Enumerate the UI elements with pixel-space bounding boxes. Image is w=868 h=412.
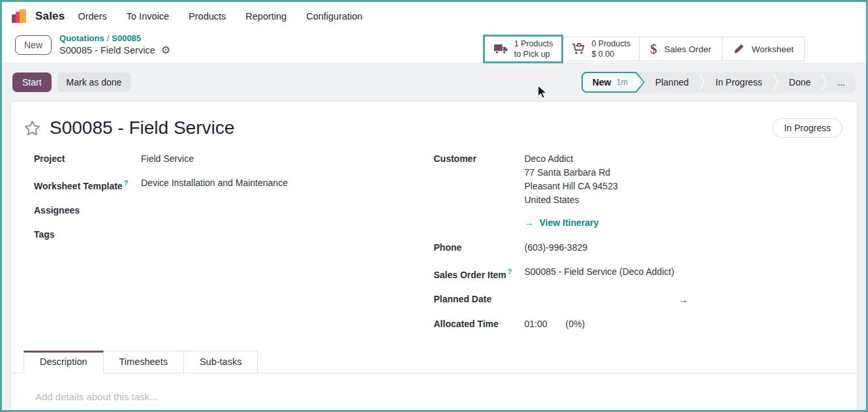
tab-description[interactable]: Description bbox=[23, 351, 104, 373]
pencil-icon bbox=[733, 43, 745, 55]
stage-planned[interactable]: Planned bbox=[645, 72, 699, 93]
dollar-icon: $ bbox=[650, 42, 657, 56]
phone-label: Phone bbox=[434, 241, 525, 255]
field-allocated-time: Allocated Time 01:00 (0%) bbox=[434, 317, 845, 331]
project-label: Project bbox=[34, 152, 141, 166]
breadcrumb-separator: / bbox=[104, 33, 112, 43]
help-icon: ? bbox=[124, 179, 128, 187]
products-amount-button[interactable]: 0 Products $ 0.00 bbox=[563, 37, 640, 61]
mark-as-done-button[interactable]: Mark as done bbox=[57, 72, 131, 92]
project-value[interactable]: Field Service bbox=[141, 152, 194, 166]
field-customer: Customer Deco Addict 77 Santa Barbara Rd… bbox=[434, 152, 845, 230]
worksheet-template-label: Worksheet Template? bbox=[34, 176, 141, 193]
menu-products[interactable]: Products bbox=[189, 11, 226, 22]
menu-configuration[interactable]: Configuration bbox=[306, 11, 362, 22]
breadcrumb-s00085[interactable]: S00085 bbox=[112, 33, 141, 43]
view-itinerary-label: View Itinerary bbox=[540, 216, 599, 230]
task-form-sheet: S00085 - Field Service In Progress Proje… bbox=[10, 101, 858, 410]
sales-order-item-label: Sales Order Item? bbox=[434, 265, 525, 282]
stage-in-progress[interactable]: In Progress bbox=[705, 72, 773, 93]
tab-sub-tasks[interactable]: Sub-tasks bbox=[183, 351, 258, 373]
smart-button-group: 1 Products to Pick up 0 Products $ 0.00 … bbox=[483, 35, 805, 63]
task-state-badge: In Progress bbox=[772, 118, 843, 138]
start-button[interactable]: Start bbox=[12, 72, 52, 92]
breadcrumb-quotations[interactable]: Quotations bbox=[59, 33, 104, 43]
worksheet-label: Worksheet bbox=[752, 44, 794, 54]
stage-pipeline: New 1m Planned In Progress Done ... bbox=[581, 72, 856, 93]
stage-done[interactable]: Done bbox=[779, 72, 821, 93]
form-background: S00085 - Field Service In Progress Proje… bbox=[2, 101, 866, 410]
stage-new-label: New bbox=[593, 77, 612, 87]
phone-value[interactable]: (603)-996-3829 bbox=[525, 241, 588, 255]
favorite-star-icon[interactable] bbox=[23, 119, 41, 137]
fields-left-column: Project Field Service Worksheet Template… bbox=[23, 152, 434, 341]
tags-label: Tags bbox=[34, 228, 141, 242]
field-phone: Phone (603)-996-3829 bbox=[434, 241, 845, 255]
menu-reporting[interactable]: Reporting bbox=[245, 11, 287, 22]
stage-new-duration: 1m bbox=[617, 78, 628, 87]
stage-new[interactable]: New 1m bbox=[581, 72, 645, 93]
date-range-arrow-icon: → bbox=[525, 294, 689, 305]
notebook-tabs: Description Timesheets Sub-tasks bbox=[11, 351, 857, 373]
field-sales-order-item: Sales Order Item? S00085 - Field Service… bbox=[434, 265, 845, 282]
fields-right-column: Customer Deco Addict 77 Santa Barbara Rd… bbox=[434, 152, 845, 341]
products-count: 0 Products bbox=[591, 39, 630, 49]
products-amount: $ 0.00 bbox=[591, 49, 630, 59]
cart-plus-icon bbox=[572, 43, 585, 55]
customer-address-line3: United States bbox=[525, 193, 618, 207]
worksheet-button[interactable]: Worksheet bbox=[722, 37, 805, 61]
field-worksheet-template: Worksheet Template? Device Installation … bbox=[34, 176, 408, 193]
view-itinerary-link[interactable]: → View Itinerary bbox=[525, 216, 618, 230]
field-assignees: Assignees bbox=[34, 204, 408, 217]
breadcrumb: Quotations/S00085 S00085 - Field Service… bbox=[59, 33, 170, 56]
customer-label: Customer bbox=[434, 152, 525, 230]
stage-separator-icon bbox=[821, 72, 827, 92]
sales-order-button[interactable]: $ Sales Order bbox=[639, 37, 722, 61]
menu-orders[interactable]: Orders bbox=[78, 11, 106, 22]
arrow-right-icon: → bbox=[525, 216, 534, 230]
status-bar: Start Mark as done New 1m Planned In Pro… bbox=[2, 63, 866, 101]
pickup-highlight-frame: 1 Products to Pick up bbox=[483, 35, 564, 63]
help-icon: ? bbox=[508, 268, 512, 276]
worksheet-template-value[interactable]: Device Installation and Maintenance bbox=[141, 176, 288, 193]
app-name[interactable]: Sales bbox=[35, 10, 65, 23]
gear-icon[interactable]: ⚙ bbox=[161, 45, 170, 55]
stage-more[interactable]: ... bbox=[827, 72, 856, 93]
menu-to-invoice[interactable]: To Invoice bbox=[127, 11, 169, 22]
odoo-apps-icon[interactable] bbox=[11, 8, 28, 25]
main-menu: Orders To Invoice Products Reporting Con… bbox=[78, 11, 362, 22]
new-button[interactable]: New bbox=[15, 35, 52, 55]
customer-address-line2: Pleasant Hill CA 94523 bbox=[525, 180, 618, 193]
allocated-time-progress: (0%) bbox=[566, 317, 585, 331]
products-to-pickup-button[interactable]: 1 Products to Pick up bbox=[485, 37, 562, 61]
pickup-label: to Pick up bbox=[514, 49, 553, 59]
top-nav: Sales Orders To Invoice Products Reporti… bbox=[2, 2, 866, 31]
sales-app-logo-icon bbox=[11, 8, 28, 25]
stage-separator-icon bbox=[699, 72, 705, 92]
stage-separator-icon bbox=[773, 72, 779, 92]
field-tags: Tags bbox=[34, 228, 408, 242]
allocated-time-value[interactable]: 01:00 bbox=[525, 317, 548, 331]
allocated-time-label: Allocated Time bbox=[434, 317, 525, 331]
assignees-label: Assignees bbox=[34, 204, 141, 217]
field-project: Project Field Service bbox=[34, 152, 408, 166]
planned-date-label: Planned Date bbox=[434, 293, 525, 307]
pickup-count: 1 Products bbox=[514, 39, 553, 49]
field-planned-date: Planned Date → bbox=[434, 293, 845, 307]
truck-icon bbox=[493, 43, 508, 55]
tab-timesheets[interactable]: Timesheets bbox=[103, 351, 184, 373]
planned-date-value[interactable]: → bbox=[525, 293, 689, 307]
sales-order-label: Sales Order bbox=[664, 44, 711, 54]
task-title[interactable]: S00085 - Field Service bbox=[50, 118, 234, 138]
sales-order-item-value[interactable]: S00085 - Field Service (Deco Addict) bbox=[525, 265, 675, 282]
breadcrumb-current: S00085 - Field Service bbox=[59, 44, 155, 57]
description-editor[interactable]: Add details about this task... bbox=[23, 373, 844, 410]
customer-address-line1: 77 Santa Barbara Rd bbox=[525, 166, 618, 180]
customer-name[interactable]: Deco Addict bbox=[525, 152, 618, 166]
